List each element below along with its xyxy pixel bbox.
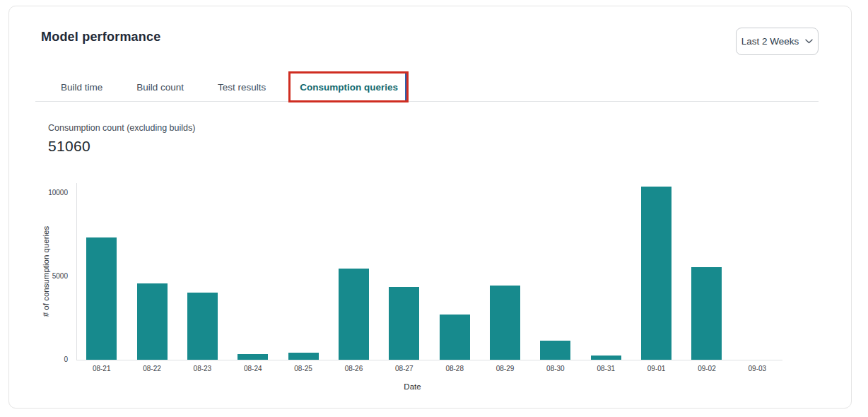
consumption-bar-chart: # of consumption queries Date 0500010000… <box>76 183 782 360</box>
y-axis-line <box>76 183 77 360</box>
y-tick-label: 0 <box>25 356 68 364</box>
bar-08-28[interactable] <box>440 315 470 360</box>
metric-label: Consumption count (excluding builds) <box>48 123 195 133</box>
x-tick-label: 08-29 <box>483 365 528 372</box>
x-tick-label: 08-30 <box>533 365 578 372</box>
tab-bar-divider <box>35 101 819 102</box>
bar-08-27[interactable] <box>389 287 419 360</box>
tab-build-time[interactable]: Build time <box>61 81 102 93</box>
y-tick-label: 10000 <box>25 189 68 197</box>
chevron-down-icon <box>805 39 813 44</box>
bar-09-01[interactable] <box>641 187 671 360</box>
date-range-selector[interactable]: Last 2 Weeks <box>736 28 819 55</box>
y-axis-title: # of consumption queries <box>42 226 50 317</box>
x-tick-label: 08-25 <box>281 365 326 372</box>
tab-build-count[interactable]: Build count <box>136 81 184 93</box>
x-tick-label: 08-23 <box>180 365 225 372</box>
date-range-value: Last 2 Weeks <box>741 36 799 47</box>
annotation-cursor-line <box>405 74 406 100</box>
bar-08-30[interactable] <box>540 341 570 360</box>
bar-08-24[interactable] <box>237 354 268 360</box>
bar-08-25[interactable] <box>288 353 319 360</box>
x-tick-label: 08-27 <box>382 365 427 372</box>
x-axis-title: Date <box>59 382 766 391</box>
y-tick-label: 5000 <box>25 272 68 281</box>
metric-value: 51060 <box>48 138 90 155</box>
x-tick-label: 08-21 <box>79 365 124 372</box>
bar-08-21[interactable] <box>86 237 117 360</box>
tab-bar: Build time Build count Test results Cons… <box>61 81 398 93</box>
x-tick-label: 08-31 <box>583 365 628 372</box>
tab-consumption-queries[interactable]: Consumption queries <box>300 81 398 93</box>
x-axis-line <box>76 360 782 360</box>
x-tick-label: 09-03 <box>734 365 780 372</box>
x-tick-label: 09-02 <box>684 365 729 372</box>
x-tick-label: 08-26 <box>331 365 376 372</box>
page-title: Model performance <box>41 30 160 45</box>
x-tick-label: 08-24 <box>230 365 276 372</box>
x-tick-label: 08-22 <box>129 365 175 372</box>
bar-08-29[interactable] <box>490 286 520 360</box>
bar-08-22[interactable] <box>137 283 168 360</box>
bar-08-31[interactable] <box>591 356 621 360</box>
x-tick-label: 08-28 <box>432 365 477 372</box>
model-performance-card: Model performance Last 2 Weeks Build tim… <box>8 6 852 409</box>
x-tick-label: 09-01 <box>634 365 679 372</box>
bar-08-26[interactable] <box>339 269 369 360</box>
bar-09-02[interactable] <box>691 267 722 360</box>
bar-08-23[interactable] <box>187 293 218 360</box>
tab-test-results[interactable]: Test results <box>218 81 266 93</box>
